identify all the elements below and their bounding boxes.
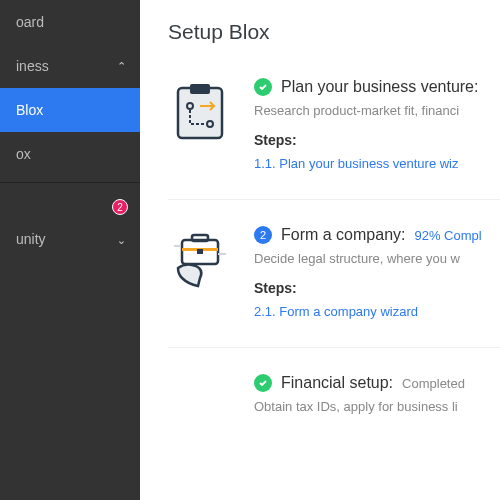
step-desc: Research product-market fit, financi [254,103,500,118]
check-icon [254,78,272,96]
main-content: Setup Blox Plan your business venture: R… [140,0,500,500]
sidebar-item-label: Blox [16,102,43,118]
step-title: Financial setup: [281,374,393,392]
sidebar-item-setup-blox[interactable]: Blox [0,88,140,132]
step-desc: Obtain tax IDs, apply for business li [254,399,500,414]
step-card: Financial setup: Completed Obtain tax ID… [168,374,500,468]
step-body: Financial setup: Completed Obtain tax ID… [254,374,500,440]
step-head: Plan your business venture: [254,78,500,96]
svg-rect-0 [178,88,222,138]
sidebar-item-label: ox [16,146,31,162]
step-link[interactable]: 1.1. Plan your business venture wiz [254,156,500,171]
step-status: 92% Compl [414,228,481,243]
steps-label: Steps: [254,132,500,148]
sidebar-item-notifications[interactable]: 2 [0,189,140,217]
check-icon [254,374,272,392]
step-card: 2 Form a company: 92% Compl Decide legal… [168,226,500,348]
step-link[interactable]: 2.1. Form a company wizard [254,304,500,319]
sidebar-item-business[interactable]: iness ⌃ [0,44,140,88]
steps-label: Steps: [254,280,500,296]
sidebar-item-label: iness [16,58,49,74]
chevron-up-icon: ⌃ [117,60,126,73]
divider [0,182,140,183]
sidebar-item-label: oard [16,14,44,30]
page-title: Setup Blox [168,20,500,44]
sidebar-item-label: unity [16,231,46,247]
sidebar-item-blox[interactable]: ox [0,132,140,176]
sidebar-item-dashboard[interactable]: oard [0,0,140,44]
svg-rect-1 [190,84,210,94]
step-number-badge: 2 [254,226,272,244]
step-head: Financial setup: Completed [254,374,500,392]
step-card: Plan your business venture: Research pro… [168,78,500,200]
step-title: Form a company: [281,226,405,244]
sidebar-item-community[interactable]: unity ⌃ [0,217,140,261]
step-title: Plan your business venture: [281,78,478,96]
sidebar: oard iness ⌃ Blox ox 2 unity ⌃ [0,0,140,500]
step-head: 2 Form a company: 92% Compl [254,226,500,244]
svg-rect-7 [197,249,203,254]
plan-icon [168,80,232,144]
briefcase-icon [168,228,232,292]
step-desc: Decide legal structure, where you w [254,251,500,266]
chevron-down-icon: ⌃ [117,233,126,246]
notification-badge: 2 [112,199,128,215]
step-body: Plan your business venture: Research pro… [254,78,500,171]
empty-icon [168,376,232,440]
svg-rect-5 [192,235,208,241]
step-body: 2 Form a company: 92% Compl Decide legal… [254,226,500,319]
step-status: Completed [402,376,465,391]
